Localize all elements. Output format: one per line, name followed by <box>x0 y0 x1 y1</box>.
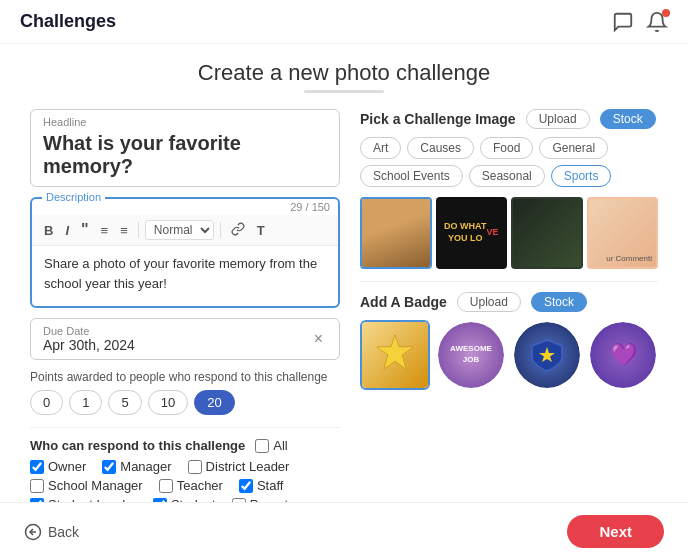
role-manager[interactable]: Manager <box>102 459 171 474</box>
editor-toolbar: B I " ≡ ≡ Normal H1 H2 T <box>32 215 338 246</box>
challenge-image-header: Pick a Challenge Image Upload Stock <box>360 109 658 129</box>
bold-button[interactable]: B <box>40 221 57 240</box>
points-10[interactable]: 10 <box>148 390 188 415</box>
headline-field: Headline What is your favorite memory? <box>30 109 340 187</box>
toolbar-sep1 <box>138 222 139 238</box>
due-date-field: Due Date Apr 30th, 2024 × <box>30 318 340 360</box>
clear-format-button[interactable]: T <box>253 221 269 240</box>
badge-header: Add A Badge Upload Stock <box>360 292 658 312</box>
tag-food[interactable]: Food <box>480 137 533 159</box>
all-checkbox[interactable] <box>255 439 269 453</box>
tag-general[interactable]: General <box>539 137 608 159</box>
tag-seasonal[interactable]: Seasonal <box>469 165 545 187</box>
points-5[interactable]: 5 <box>108 390 141 415</box>
page-title: Create a new photo challenge <box>0 60 688 86</box>
points-20[interactable]: 20 <box>194 390 234 415</box>
back-label: Back <box>48 524 79 540</box>
style-select[interactable]: Normal H1 H2 <box>145 220 214 240</box>
badge-upload-tab[interactable]: Upload <box>457 292 521 312</box>
all-label: All <box>273 438 287 453</box>
points-label: Points awarded to people who respond to … <box>30 370 340 384</box>
toolbar-sep2 <box>220 222 221 238</box>
badge-navy[interactable] <box>512 320 582 390</box>
left-column: Headline What is your favorite memory? D… <box>30 109 340 551</box>
badge-divider <box>360 281 658 282</box>
back-button[interactable]: Back <box>24 523 79 541</box>
ordered-list-button[interactable]: ≡ <box>116 221 132 240</box>
challenge-image-title: Pick a Challenge Image <box>360 111 516 127</box>
message-icon[interactable] <box>612 11 634 33</box>
next-button[interactable]: Next <box>567 515 664 548</box>
role-staff[interactable]: Staff <box>239 478 284 493</box>
role-district-leader[interactable]: District Leader <box>188 459 290 474</box>
bullet-list-button[interactable]: ≡ <box>97 221 113 240</box>
italic-button[interactable]: I <box>61 221 73 240</box>
main-content: Headline What is your favorite memory? D… <box>0 109 688 551</box>
tag-sports[interactable]: Sports <box>551 165 612 187</box>
upload-tab[interactable]: Upload <box>526 109 590 129</box>
roles-row-2: School Manager Teacher Staff <box>30 478 340 493</box>
footer: Back Next <box>0 502 688 560</box>
role-owner[interactable]: Owner <box>30 459 86 474</box>
roles-row-1: Owner Manager District Leader <box>30 459 340 474</box>
badge-title: Add A Badge <box>360 294 447 310</box>
description-editor: Description 29 / 150 B I " ≡ ≡ Normal H1… <box>30 197 340 308</box>
due-date-label: Due Date <box>43 325 310 337</box>
stock-tab[interactable]: Stock <box>600 109 656 129</box>
quote-button[interactable]: " <box>77 219 93 241</box>
all-checkbox-label[interactable]: All <box>255 438 287 453</box>
respond-title-row: Who can respond to this challenge All <box>30 438 340 453</box>
header-icons <box>612 11 668 33</box>
points-0[interactable]: 0 <box>30 390 63 415</box>
clear-date-button[interactable]: × <box>310 330 327 348</box>
image-4[interactable]: ur Commenti <box>587 197 659 269</box>
badge-stock-tab[interactable]: Stock <box>531 292 587 312</box>
image-2[interactable]: DO WHATYOU LOVE <box>436 197 508 269</box>
respond-title: Who can respond to this challenge <box>30 438 245 453</box>
right-column: Pick a Challenge Image Upload Stock Art … <box>360 109 658 551</box>
category-tags: Art Causes Food General School Events Se… <box>360 137 658 187</box>
headline-value[interactable]: What is your favorite memory? <box>43 132 327 178</box>
notification-badge <box>662 9 670 17</box>
bell-icon[interactable] <box>646 11 668 33</box>
svg-marker-1 <box>377 335 413 369</box>
points-1[interactable]: 1 <box>69 390 102 415</box>
due-date-inner: Due Date Apr 30th, 2024 <box>43 325 310 353</box>
title-divider <box>304 90 384 93</box>
description-label: Description <box>42 191 105 203</box>
badge-violet[interactable]: 💜 <box>588 320 658 390</box>
role-school-manager[interactable]: School Manager <box>30 478 143 493</box>
description-body[interactable]: Share a photo of your favorite memory fr… <box>32 246 338 306</box>
tag-causes[interactable]: Causes <box>407 137 474 159</box>
tag-art[interactable]: Art <box>360 137 401 159</box>
image-3[interactable] <box>511 197 583 269</box>
points-row: 0 1 5 10 20 <box>30 390 340 415</box>
headline-label: Headline <box>43 116 86 128</box>
tag-school-events[interactable]: School Events <box>360 165 463 187</box>
app-title: Challenges <box>20 11 116 32</box>
image-grid: DO WHATYOU LOVE ur Commenti <box>360 197 658 269</box>
image-1[interactable] <box>360 197 432 269</box>
due-date-value[interactable]: Apr 30th, 2024 <box>43 337 310 353</box>
badge-gold[interactable] <box>360 320 430 390</box>
divider-1 <box>30 427 340 428</box>
badge-awesome[interactable]: AWESOMEJOB <box>436 320 506 390</box>
app-header: Challenges <box>0 0 688 44</box>
role-teacher[interactable]: Teacher <box>159 478 223 493</box>
badge-grid: AWESOMEJOB 💜 <box>360 320 658 390</box>
link-button[interactable] <box>227 220 249 241</box>
respond-section: Who can respond to this challenge All Ow… <box>30 438 340 512</box>
